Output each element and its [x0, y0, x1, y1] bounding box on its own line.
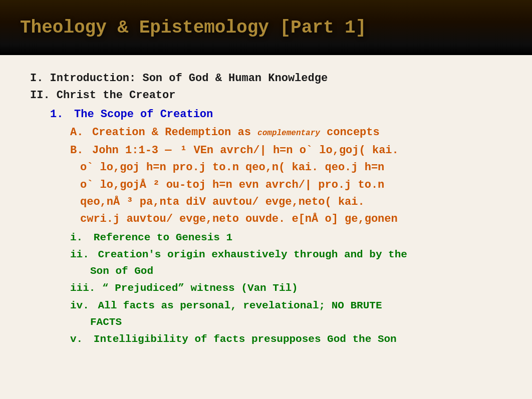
- greek-line2-row: o` lo,goj h=n pro.j to.n qeo,n( kai. qeo…: [30, 159, 502, 176]
- sub-ii-text: Creation's origin exhaustively through a…: [98, 249, 407, 260]
- sub-v-line: v. Intelligibility of facts presupposes …: [30, 331, 502, 348]
- sub-iii-line: iii. “ Prejudiced” witness (Van Til): [30, 280, 502, 297]
- sub-iv-line2: FACTS: [30, 314, 502, 331]
- sub-v-label: v.: [70, 333, 83, 345]
- itemB-line: B. John 1:1-3 — ¹ VEn avrch/| h=n o` lo,…: [30, 142, 502, 159]
- sub-i-label: i.: [70, 232, 83, 243]
- sub-iv-text2: FACTS: [90, 316, 122, 328]
- sub-ii-label: ii.: [70, 249, 89, 260]
- itemA-italic: complementary: [257, 129, 320, 138]
- line-intro: I. Introduction: Son of God & Human Know…: [30, 70, 502, 87]
- christ-text: II. Christ the Creator: [30, 89, 175, 102]
- itemA-line: A. Creation & Redemption as complementar…: [30, 124, 502, 141]
- greek-line4-row: qeo,nÅ ³ pa,nta diV auvtou/ evge,neto( k…: [30, 194, 502, 211]
- sub-iv-text: All facts as personal, revelational; NO …: [98, 300, 382, 311]
- itemB-text: John 1:1-3 —: [92, 144, 171, 157]
- sub-i-line: i. Reference to Genesis 1: [30, 230, 502, 246]
- sub-ii-line: ii. Creation's origin exhaustively throu…: [30, 247, 502, 263]
- sub-ii-text2: Son of God: [90, 265, 153, 277]
- greek-line2: o` lo,goj h=n pro.j to.n qeo,n( kai. qeo…: [80, 161, 384, 174]
- item1-line: 1. The Scope of Creation: [30, 106, 502, 123]
- sub-iii-text: “ Prejudiced” witness (Van Til): [102, 282, 298, 294]
- line-christ: II. Christ the Creator: [30, 87, 502, 104]
- sub-v-text: Intelligibility of facts presupposes God…: [94, 333, 397, 345]
- content-area: I. Introduction: Son of God & Human Know…: [0, 55, 532, 399]
- greek-line3: o` lo,gojÅ ² ou-toj h=n evn avrch/| pro.…: [80, 179, 384, 191]
- header-title: Theology & Epistemology [Part 1]: [20, 18, 366, 38]
- itemB-label: B.: [70, 144, 83, 157]
- sub-iii-label: iii.: [70, 282, 95, 294]
- sub-ii-line2: Son of God: [30, 263, 502, 280]
- greek-line1: ¹ VEn avrch/| h=n o` lo,goj( kai.: [180, 144, 399, 157]
- sub-iv-line: iv. All facts as personal, revelational;…: [30, 298, 502, 314]
- sub-i-text: Reference to Genesis 1: [94, 232, 232, 243]
- itemA-text2: concepts: [320, 126, 380, 139]
- greek-line4: qeo,nÅ ³ pa,nta diV auvtou/ evge,neto( k…: [80, 196, 365, 208]
- itemA-text1: Creation & Redemption as: [92, 126, 257, 139]
- greek-line5: cwri.j auvtou/ evge,neto ouvde. e[nÅ o] …: [80, 213, 398, 225]
- greek-line3-row: o` lo,gojÅ ² ou-toj h=n evn avrch/| pro.…: [30, 177, 502, 194]
- greek-line5-row: cwri.j auvtou/ evge,neto ouvde. e[nÅ o] …: [30, 211, 502, 228]
- item1-label: 1.: [50, 108, 63, 121]
- itemA-label: A.: [70, 126, 83, 139]
- item1-text: The Scope of Creation: [74, 108, 213, 121]
- sub-iv-label: iv.: [70, 300, 89, 311]
- header-bar: Theology & Epistemology [Part 1]: [0, 0, 532, 55]
- intro-text: I. Introduction: Son of God & Human Know…: [30, 72, 328, 85]
